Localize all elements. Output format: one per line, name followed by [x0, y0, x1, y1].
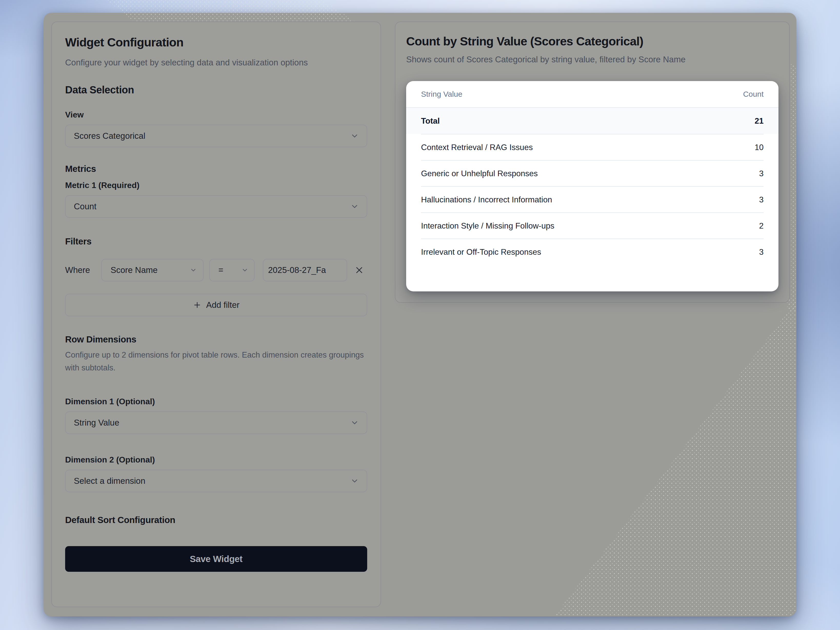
dimension-2-label: Dimension 2 (Optional) — [65, 455, 367, 465]
chevron-down-icon — [350, 131, 359, 140]
metric-1-select[interactable]: Count — [65, 195, 367, 218]
table-row: Irrelevant or Off-Topic Responses3 — [421, 239, 764, 265]
total-row-count: 21 — [755, 116, 764, 126]
plus-icon — [193, 301, 202, 309]
metric-1-select-value: Count — [74, 202, 96, 211]
dimension-1-select[interactable]: String Value — [65, 412, 367, 434]
view-select-value: Scores Categorical — [74, 131, 145, 141]
dimension-2-select-value: Select a dimension — [74, 476, 145, 486]
config-panel-title: Widget Configuration — [65, 35, 367, 50]
filter-where-label: Where — [65, 265, 90, 275]
filter-column-value: Score Name — [111, 265, 158, 275]
preview-panel-title: Count by String Value (Scores Categorica… — [406, 34, 778, 49]
chevron-down-icon — [350, 476, 359, 485]
widget-configuration-panel: Widget Configuration Configure your widg… — [51, 22, 381, 607]
filters-heading: Filters — [65, 236, 367, 247]
widget-configuration-dialog: Widget Configuration Configure your widg… — [44, 13, 796, 616]
row-string-value: Generic or Unhelpful Responses — [421, 169, 538, 178]
table-row: Interaction Style / Missing Follow-ups2 — [421, 212, 764, 239]
row-dimensions-description: Configure up to 2 dimensions for pivot t… — [65, 348, 367, 374]
table-body: Context Retrieval / RAG Issues10Generic … — [421, 134, 764, 265]
metrics-heading: Metrics — [65, 164, 367, 174]
row-string-value: Hallucinations / Incorrect Information — [421, 195, 552, 204]
page-background: { "config_panel": { "title": "Widget Con… — [0, 0, 840, 630]
dimension-1-select-value: String Value — [74, 418, 119, 427]
row-dimensions-heading: Row Dimensions — [65, 334, 367, 345]
filter-operator-value: = — [218, 265, 223, 275]
pivot-table-card: String Value Count Total 21 Context Retr… — [406, 81, 778, 291]
total-row-label: Total — [421, 116, 440, 126]
add-filter-button[interactable]: Add filter — [65, 294, 367, 316]
table-row: Generic or Unhelpful Responses3 — [421, 160, 764, 186]
view-select[interactable]: Scores Categorical — [65, 125, 367, 147]
chevron-down-icon — [350, 418, 359, 427]
chevron-down-icon — [241, 266, 248, 274]
row-string-value: Interaction Style / Missing Follow-ups — [421, 221, 554, 231]
close-x-icon — [354, 265, 364, 275]
filter-column-select[interactable]: Score Name — [101, 259, 204, 282]
data-selection-heading: Data Selection — [65, 84, 367, 96]
row-count: 3 — [759, 247, 764, 257]
row-count: 2 — [759, 221, 764, 231]
preview-panel-subtitle: Shows count of Scores Categorical by str… — [406, 52, 778, 67]
table-header-row: String Value Count — [421, 81, 764, 107]
metric-1-label: Metric 1 (Required) — [65, 180, 367, 190]
filter-value-input[interactable]: 2025-08-27_Fa — [263, 259, 347, 282]
row-string-value: Irrelevant or Off-Topic Responses — [421, 247, 541, 257]
dimension-1-label: Dimension 1 (Optional) — [65, 397, 367, 406]
table-row: Hallucinations / Incorrect Information3 — [421, 186, 764, 212]
dimension-2-select[interactable]: Select a dimension — [65, 470, 367, 492]
widget-preview-panel: Count by String Value (Scores Categorica… — [395, 22, 790, 303]
column-header-count: Count — [743, 90, 764, 98]
filter-value-text: 2025-08-27_Fa — [268, 265, 326, 275]
filter-operator-select[interactable]: = — [209, 259, 255, 282]
table-total-row: Total 21 — [406, 107, 778, 134]
default-sort-heading: Default Sort Configuration — [65, 515, 367, 525]
row-count: 10 — [755, 142, 764, 152]
row-count: 3 — [759, 169, 764, 178]
chevron-down-icon — [190, 266, 197, 274]
table-row: Context Retrieval / RAG Issues10 — [421, 134, 764, 160]
add-filter-label: Add filter — [206, 300, 240, 310]
config-panel-subtitle: Configure your widget by selecting data … — [65, 55, 367, 70]
column-header-string-value: String Value — [421, 90, 462, 98]
save-widget-button[interactable]: Save Widget — [65, 546, 367, 572]
filter-row: Where Score Name = 2025-08-27_Fa — [65, 259, 367, 282]
view-label: View — [65, 110, 367, 120]
chevron-down-icon — [350, 202, 359, 211]
halftone-pattern-bottom-right — [538, 293, 796, 616]
row-string-value: Context Retrieval / RAG Issues — [421, 142, 533, 152]
row-count: 3 — [759, 195, 764, 204]
remove-filter-button[interactable] — [351, 262, 367, 278]
